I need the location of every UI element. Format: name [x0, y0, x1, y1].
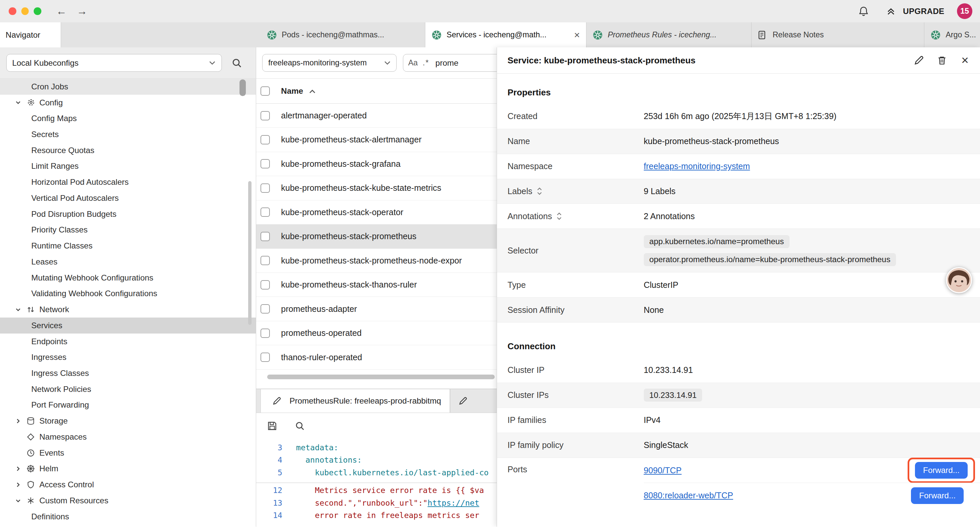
row-checkbox[interactable] [261, 135, 270, 145]
network-icon [26, 305, 37, 314]
sidebar-item-horizontal-pod-autoscalers[interactable]: Horizontal Pod Autoscalers [0, 174, 256, 190]
sidebar-item-config-maps[interactable]: Config Maps [0, 110, 256, 126]
tab-pods-icecheng-mathmas[interactable]: Pods - icecheng@mathmas... [261, 22, 425, 47]
sidebar-item-leases[interactable]: Leases [0, 254, 256, 270]
service-name: kube-prometheus-stack-prometheus-node-ex… [281, 256, 462, 266]
sidebar-item-vertical-pod-autoscalers[interactable]: Vertical Pod Autoscalers [0, 190, 256, 206]
match-case-toggle[interactable]: Aa [408, 58, 418, 67]
namespace-select-value: freeleaps-monitoring-system [268, 58, 379, 67]
sidebar-item-secrets[interactable]: Secrets [0, 126, 256, 142]
row-checkbox[interactable] [261, 207, 270, 217]
sort-ascending-icon[interactable] [309, 86, 316, 96]
search-icon[interactable] [229, 56, 244, 70]
sidebar-item-label: Storage [39, 416, 68, 426]
sidebar-item-events[interactable]: Events [0, 445, 256, 461]
value-chip: operator.prometheus.io/name=kube-prometh… [644, 253, 896, 266]
row-checkbox[interactable] [261, 159, 270, 169]
close-icon[interactable]: × [959, 54, 971, 66]
property-row-created: Created253d 16h 6m ago (2025年1月13日 GMT+8… [497, 104, 980, 129]
notification-badge[interactable]: 15 [957, 3, 973, 19]
editor-tab-next[interactable] [450, 389, 475, 412]
chevron-right-icon[interactable] [15, 482, 24, 488]
sidebar-item-network[interactable]: Network [0, 301, 256, 318]
tab-release-notes[interactable]: Release Notes [751, 22, 924, 47]
row-checkbox[interactable] [261, 328, 270, 338]
forward-button-nav[interactable]: → [77, 5, 88, 18]
tab-services-icecheng-math[interactable]: Services - icecheng@math...× [425, 22, 586, 47]
row-checkbox[interactable] [261, 256, 270, 265]
sidebar-item-ingress-classes[interactable]: Ingress Classes [0, 365, 256, 381]
forward-button[interactable]: Forward... [911, 487, 964, 504]
close-window-button[interactable] [9, 7, 16, 15]
back-button[interactable]: ← [56, 5, 67, 18]
sort-updown-icon[interactable] [556, 212, 562, 220]
sidebar-item-definitions[interactable]: Definitions [0, 509, 256, 525]
sidebar-item-storage[interactable]: Storage [0, 413, 256, 429]
zoom-window-button[interactable] [34, 7, 41, 15]
row-checkbox[interactable] [261, 111, 270, 120]
sidebar-item-namespaces[interactable]: Namespaces [0, 429, 256, 445]
sidebar-scrollbar-thumb-secondary[interactable] [248, 181, 251, 325]
horizontal-scrollbar-thumb[interactable] [267, 374, 495, 379]
custom-icon [26, 496, 37, 505]
sidebar-item-services[interactable]: Services [0, 318, 256, 334]
chevron-right-icon[interactable] [15, 466, 24, 472]
editor-search-icon[interactable] [292, 419, 307, 434]
sidebar-item-endpoints[interactable]: Endpoints [0, 334, 256, 350]
sidebar-item-ingresses[interactable]: Ingresses [0, 349, 256, 365]
chevron-down-icon[interactable] [15, 307, 24, 313]
sidebar-item-helm[interactable]: Helm [0, 461, 256, 477]
sidebar-item-runtime-classes[interactable]: Runtime Classes [0, 238, 256, 254]
chevron-down-icon[interactable] [15, 498, 24, 504]
bell-icon[interactable] [856, 4, 871, 19]
sidebar-item-validating-webhook-configurations[interactable]: Validating Webhook Configurations [0, 285, 256, 301]
avatar[interactable] [946, 267, 972, 293]
sidebar-item-mutating-webhook-configurations[interactable]: Mutating Webhook Configurations [0, 270, 256, 286]
select-all-checkbox[interactable] [261, 86, 270, 96]
row-checkbox[interactable] [261, 232, 270, 241]
row-checkbox[interactable] [261, 353, 270, 362]
save-icon[interactable] [265, 419, 280, 434]
sidebar-item-access-control[interactable]: Access Control [0, 477, 256, 493]
sidebar-item-cron-jobs[interactable]: Cron Jobs [0, 79, 256, 95]
namespace-select[interactable]: freeleaps-monitoring-system [262, 54, 396, 72]
sidebar-item-label: Leases [31, 257, 57, 266]
sidebar-item-limit-ranges[interactable]: Limit Ranges [0, 158, 256, 174]
minimize-window-button[interactable] [21, 7, 29, 15]
close-tab-icon[interactable]: × [574, 29, 580, 41]
sort-updown-icon[interactable] [537, 188, 542, 195]
line-number: 13 [256, 497, 296, 509]
tab-label: Argo S... [946, 30, 980, 39]
trash-icon[interactable] [935, 54, 948, 66]
sidebar-item-custom-resources[interactable]: Custom Resources [0, 493, 256, 509]
regex-toggle[interactable]: .* [423, 58, 429, 67]
sidebar-item-priority-classes[interactable]: Priority Classes [0, 222, 256, 238]
row-checkbox[interactable] [261, 183, 270, 193]
chevron-right-icon[interactable] [15, 418, 24, 424]
sidebar-scrollbar-thumb[interactable] [240, 80, 246, 96]
upgrade-button[interactable]: UPGRADE [884, 4, 944, 19]
property-value: 10.233.14.91 [644, 383, 980, 407]
sidebar-item-pod-disruption-budgets[interactable]: Pod Disruption Budgets [0, 206, 256, 222]
namespace-link[interactable]: freeleaps-monitoring-system [644, 161, 750, 171]
name-column-header[interactable]: Name [281, 86, 303, 96]
port-link[interactable]: 8080:reloader-web/TCP [644, 490, 733, 500]
port-link[interactable]: 9090/TCP [644, 466, 682, 475]
tab-prometheus-rules-icecheng[interactable]: Prometheus Rules - icecheng... [586, 22, 751, 47]
drawer-body: PropertiesCreated253d 16h 6m ago (2025年1… [497, 74, 980, 527]
sidebar-item-label: Priority Classes [31, 225, 88, 234]
sidebar-item-port-forwarding[interactable]: Port Forwarding [0, 397, 256, 413]
sidebar-item-resource-quotas[interactable]: Resource Quotas [0, 142, 256, 158]
chevron-down-icon[interactable] [15, 99, 24, 106]
tab-argo-s[interactable]: Argo S... [924, 22, 980, 47]
forward-button[interactable]: Forward... [915, 462, 968, 479]
row-checkbox[interactable] [261, 304, 270, 314]
kubeconfig-select[interactable]: Local Kubeconfigs [6, 54, 222, 72]
namespaces-icon [26, 433, 37, 441]
editor-tab-prometheusrule[interactable]: PrometheusRule: freeleaps-prod-rabbitmq [261, 389, 450, 412]
sidebar-item-config[interactable]: Config [0, 95, 256, 111]
sidebar-item-network-policies[interactable]: Network Policies [0, 381, 256, 397]
edit-icon[interactable] [913, 54, 925, 66]
row-checkbox[interactable] [261, 280, 270, 290]
navigator-tab[interactable]: Navigator [0, 22, 61, 47]
